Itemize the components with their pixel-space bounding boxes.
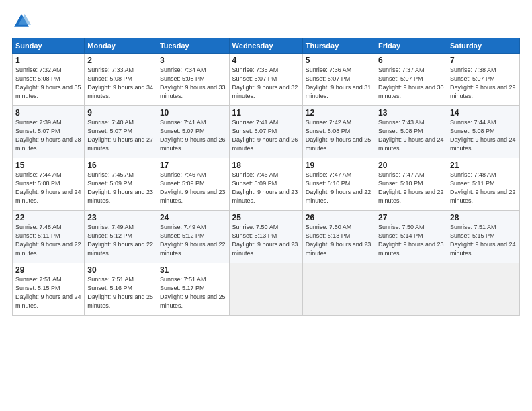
day-info: Sunrise: 7:51 AMSunset: 5:17 PMDaylight:… <box>160 275 226 310</box>
day-number: 13 <box>378 108 444 118</box>
day-number: 18 <box>232 161 300 170</box>
day-info: Sunrise: 7:38 AMSunset: 5:07 PMDaylight:… <box>450 66 517 101</box>
day-info: Sunrise: 7:33 AMSunset: 5:08 PMDaylight:… <box>87 66 154 101</box>
calendar-cell: 3Sunrise: 7:34 AMSunset: 5:08 PMDaylight… <box>157 54 229 106</box>
calendar-cell: 18Sunrise: 7:46 AMSunset: 5:09 PMDayligh… <box>229 158 302 211</box>
day-info: Sunrise: 7:48 AMSunset: 5:11 PMDaylight:… <box>450 171 517 205</box>
day-info: Sunrise: 7:41 AMSunset: 5:07 PMDaylight:… <box>232 118 300 153</box>
calendar-cell <box>302 263 375 316</box>
calendar-cell: 29Sunrise: 7:51 AMSunset: 5:15 PMDayligh… <box>13 263 85 316</box>
calendar-cell: 14Sunrise: 7:44 AMSunset: 5:08 PMDayligh… <box>447 106 519 158</box>
day-info: Sunrise: 7:45 AMSunset: 5:09 PMDaylight:… <box>87 171 154 205</box>
day-number: 15 <box>15 161 81 170</box>
day-info: Sunrise: 7:43 AMSunset: 5:08 PMDaylight:… <box>378 118 444 153</box>
day-number: 31 <box>160 265 226 275</box>
calendar-cell: 5Sunrise: 7:36 AMSunset: 5:07 PMDaylight… <box>302 54 375 106</box>
calendar-cell: 7Sunrise: 7:38 AMSunset: 5:07 PMDaylight… <box>447 54 519 106</box>
calendar-cell: 23Sunrise: 7:49 AMSunset: 5:12 PMDayligh… <box>85 211 157 263</box>
day-number: 25 <box>232 213 300 222</box>
weekday-header: Friday <box>375 38 447 54</box>
day-info: Sunrise: 7:32 AMSunset: 5:08 PMDaylight:… <box>15 66 81 101</box>
calendar-cell: 27Sunrise: 7:50 AMSunset: 5:14 PMDayligh… <box>375 211 447 263</box>
calendar-cell: 2Sunrise: 7:33 AMSunset: 5:08 PMDaylight… <box>85 54 157 106</box>
day-number: 29 <box>15 265 81 275</box>
calendar-cell: 12Sunrise: 7:42 AMSunset: 5:08 PMDayligh… <box>302 106 375 158</box>
weekday-header: Sunday <box>13 38 85 54</box>
calendar-cell: 22Sunrise: 7:48 AMSunset: 5:11 PMDayligh… <box>13 211 85 263</box>
weekday-header: Tuesday <box>157 38 229 54</box>
day-number: 23 <box>87 213 154 222</box>
day-number: 27 <box>378 213 444 222</box>
calendar-cell: 31Sunrise: 7:51 AMSunset: 5:17 PMDayligh… <box>157 263 229 316</box>
page: SundayMondayTuesdayWednesdayThursdayFrid… <box>0 0 532 411</box>
day-number: 26 <box>306 213 372 222</box>
day-number: 21 <box>450 161 517 170</box>
weekday-header: Thursday <box>302 38 375 54</box>
day-info: Sunrise: 7:39 AMSunset: 5:07 PMDaylight:… <box>15 118 81 153</box>
day-info: Sunrise: 7:41 AMSunset: 5:07 PMDaylight:… <box>160 118 226 153</box>
calendar-cell: 19Sunrise: 7:47 AMSunset: 5:10 PMDayligh… <box>302 158 375 211</box>
calendar-cell: 20Sunrise: 7:47 AMSunset: 5:10 PMDayligh… <box>375 158 447 211</box>
day-number: 3 <box>160 56 226 65</box>
calendar-week-row: 8Sunrise: 7:39 AMSunset: 5:07 PMDaylight… <box>13 106 520 158</box>
day-info: Sunrise: 7:46 AMSunset: 5:09 PMDaylight:… <box>232 171 300 205</box>
calendar-cell <box>447 263 519 316</box>
day-number: 6 <box>378 56 444 65</box>
calendar-cell: 24Sunrise: 7:49 AMSunset: 5:12 PMDayligh… <box>157 211 229 263</box>
calendar-week-row: 22Sunrise: 7:48 AMSunset: 5:11 PMDayligh… <box>13 211 520 263</box>
day-info: Sunrise: 7:44 AMSunset: 5:08 PMDaylight:… <box>450 118 517 153</box>
weekday-header: Wednesday <box>229 38 302 54</box>
day-info: Sunrise: 7:35 AMSunset: 5:07 PMDaylight:… <box>232 66 300 101</box>
day-number: 5 <box>306 56 372 65</box>
calendar-cell: 16Sunrise: 7:45 AMSunset: 5:09 PMDayligh… <box>85 158 157 211</box>
weekday-header: Saturday <box>447 38 519 54</box>
day-info: Sunrise: 7:40 AMSunset: 5:07 PMDaylight:… <box>87 118 154 153</box>
day-number: 28 <box>450 213 517 222</box>
calendar-cell: 25Sunrise: 7:50 AMSunset: 5:13 PMDayligh… <box>229 211 302 263</box>
calendar-cell: 13Sunrise: 7:43 AMSunset: 5:08 PMDayligh… <box>375 106 447 158</box>
day-number: 4 <box>232 56 300 65</box>
day-number: 1 <box>15 56 81 65</box>
day-info: Sunrise: 7:51 AMSunset: 5:15 PMDaylight:… <box>15 275 81 310</box>
day-info: Sunrise: 7:36 AMSunset: 5:07 PMDaylight:… <box>306 66 372 101</box>
day-number: 11 <box>232 108 300 118</box>
day-info: Sunrise: 7:51 AMSunset: 5:16 PMDaylight:… <box>87 275 154 310</box>
day-info: Sunrise: 7:47 AMSunset: 5:10 PMDaylight:… <box>378 171 444 205</box>
day-info: Sunrise: 7:42 AMSunset: 5:08 PMDaylight:… <box>306 118 372 153</box>
day-info: Sunrise: 7:50 AMSunset: 5:13 PMDaylight:… <box>232 223 300 258</box>
day-info: Sunrise: 7:46 AMSunset: 5:09 PMDaylight:… <box>160 171 226 205</box>
calendar-week-row: 29Sunrise: 7:51 AMSunset: 5:15 PMDayligh… <box>13 263 520 316</box>
day-number: 2 <box>87 56 154 65</box>
calendar-cell: 4Sunrise: 7:35 AMSunset: 5:07 PMDaylight… <box>229 54 302 106</box>
calendar-cell: 10Sunrise: 7:41 AMSunset: 5:07 PMDayligh… <box>157 106 229 158</box>
day-number: 14 <box>450 108 517 118</box>
calendar-cell: 26Sunrise: 7:50 AMSunset: 5:13 PMDayligh… <box>302 211 375 263</box>
day-number: 17 <box>160 161 226 170</box>
calendar-cell: 8Sunrise: 7:39 AMSunset: 5:07 PMDaylight… <box>13 106 85 158</box>
day-number: 22 <box>15 213 81 222</box>
calendar-cell: 30Sunrise: 7:51 AMSunset: 5:16 PMDayligh… <box>85 263 157 316</box>
logo-icon <box>12 12 31 31</box>
calendar-cell: 21Sunrise: 7:48 AMSunset: 5:11 PMDayligh… <box>447 158 519 211</box>
day-info: Sunrise: 7:44 AMSunset: 5:08 PMDaylight:… <box>15 171 81 205</box>
day-info: Sunrise: 7:51 AMSunset: 5:15 PMDaylight:… <box>450 223 517 258</box>
day-number: 24 <box>160 213 226 222</box>
day-info: Sunrise: 7:49 AMSunset: 5:12 PMDaylight:… <box>87 223 154 258</box>
calendar-cell: 11Sunrise: 7:41 AMSunset: 5:07 PMDayligh… <box>229 106 302 158</box>
day-number: 16 <box>87 161 154 170</box>
weekday-header: Monday <box>85 38 157 54</box>
calendar-cell: 17Sunrise: 7:46 AMSunset: 5:09 PMDayligh… <box>157 158 229 211</box>
calendar-cell: 9Sunrise: 7:40 AMSunset: 5:07 PMDaylight… <box>85 106 157 158</box>
day-number: 12 <box>306 108 372 118</box>
day-info: Sunrise: 7:34 AMSunset: 5:08 PMDaylight:… <box>160 66 226 101</box>
day-number: 19 <box>306 161 372 170</box>
calendar-cell <box>375 263 447 316</box>
day-info: Sunrise: 7:48 AMSunset: 5:11 PMDaylight:… <box>15 223 81 258</box>
weekday-header-row: SundayMondayTuesdayWednesdayThursdayFrid… <box>13 38 520 54</box>
day-number: 10 <box>160 108 226 118</box>
logo <box>12 12 34 31</box>
calendar-table: SundayMondayTuesdayWednesdayThursdayFrid… <box>12 38 520 316</box>
day-info: Sunrise: 7:50 AMSunset: 5:14 PMDaylight:… <box>378 223 444 258</box>
day-info: Sunrise: 7:50 AMSunset: 5:13 PMDaylight:… <box>306 223 372 258</box>
calendar-cell: 6Sunrise: 7:37 AMSunset: 5:07 PMDaylight… <box>375 54 447 106</box>
